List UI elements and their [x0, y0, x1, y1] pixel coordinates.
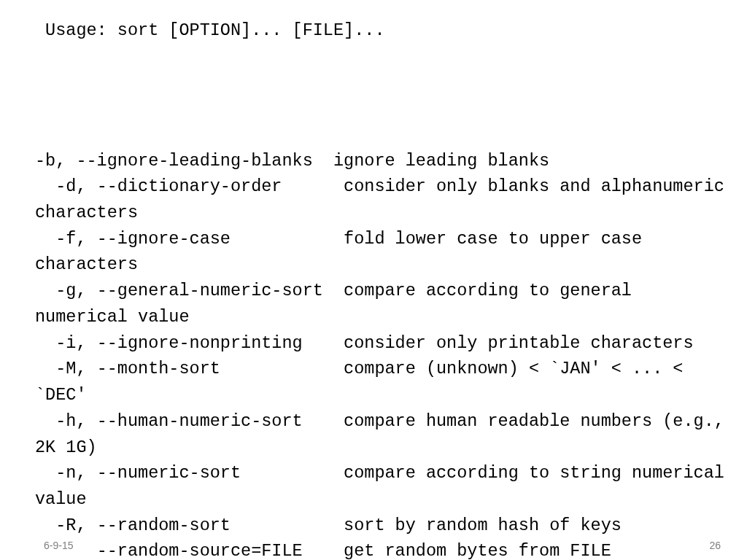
help-text: Usage: sort [OPTION]... [FILE]... -b, --… [35, 18, 732, 560]
usage-line: Usage: sort [OPTION]... [FILE]... [35, 20, 385, 40]
slide: Usage: sort [OPTION]... [FILE]... -b, --… [0, 0, 747, 560]
options-block: -b, --ignore-leading-blanks ignore leadi… [35, 151, 735, 560]
footer-date: 6-9-15 [44, 540, 73, 551]
footer-page-number: 26 [709, 540, 721, 551]
